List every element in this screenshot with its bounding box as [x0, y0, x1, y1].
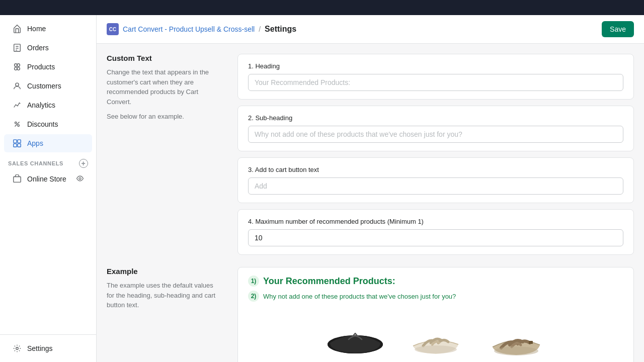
- sidebar-item-online-store[interactable]: Online Store: [4, 170, 92, 188]
- settings-icon: [12, 343, 22, 353]
- sidebar-item-products-label: Products: [27, 63, 55, 71]
- custom-text-desc: Change the text that appears in the cust…: [107, 67, 217, 107]
- heading-input[interactable]: [248, 74, 623, 91]
- custom-text-title: Custom Text: [107, 54, 217, 62]
- sidebar-item-analytics[interactable]: Analytics: [4, 96, 92, 114]
- orders-icon: [12, 43, 22, 53]
- sidebar-item-discounts-label: Discounts: [27, 120, 58, 128]
- online-store-icon: [12, 174, 22, 184]
- sidebar-item-apps-label: Apps: [27, 139, 43, 147]
- sidebar-item-products[interactable]: Products: [4, 58, 92, 76]
- sidebar-item-customers[interactable]: Customers: [4, 77, 92, 95]
- settings-content: Custom Text Change the text that appears…: [97, 44, 644, 362]
- svg-point-4: [15, 64, 17, 66]
- home-icon: [12, 24, 22, 34]
- example-title: Example: [107, 267, 217, 276]
- products-icon: [12, 62, 22, 72]
- svg-rect-15: [18, 144, 21, 147]
- add-to-cart-card: 3. Add to cart button text: [237, 157, 634, 203]
- product-images-row: [248, 312, 623, 362]
- sidebar: Home Orders Products Customers Analytics: [0, 15, 97, 362]
- svg-rect-23: [529, 341, 533, 344]
- svg-line-11: [15, 122, 20, 127]
- example-subheading-num: 2): [248, 291, 259, 302]
- example-heading-row: 1) Your Recommended Products:: [248, 276, 623, 287]
- add-to-cart-label: 3. Add to cart button text: [248, 166, 623, 173]
- sidebar-item-home-label: Home: [27, 25, 46, 33]
- max-products-label: 4. Maximum number of recommended product…: [248, 218, 623, 225]
- svg-point-9: [15, 122, 17, 124]
- save-button[interactable]: Save: [602, 21, 634, 37]
- example-content: 1) Your Recommended Products: 2) Why not…: [237, 267, 634, 362]
- breadcrumb-app-link[interactable]: Cart Convert - Product Upsell & Cross-se…: [123, 25, 255, 33]
- max-products-input[interactable]: [248, 229, 623, 246]
- svg-rect-14: [14, 144, 17, 147]
- svg-point-18: [16, 347, 19, 350]
- max-products-card: 4. Maximum number of recommended product…: [237, 209, 634, 255]
- app-icon: CC: [107, 23, 119, 35]
- svg-point-17: [79, 177, 81, 179]
- sidebar-item-apps[interactable]: Apps: [4, 134, 92, 152]
- eye-icon[interactable]: [76, 174, 84, 184]
- add-to-cart-input[interactable]: [248, 177, 623, 195]
- breadcrumb-separator: /: [259, 25, 261, 33]
- apps-icon: [12, 138, 22, 148]
- sales-channels-section: SALES CHANNELS +: [0, 153, 96, 170]
- example-desc: The example uses the default values for …: [107, 281, 217, 310]
- sidebar-item-settings[interactable]: Settings: [4, 339, 92, 357]
- page-header: CC Cart Convert - Product Upsell & Cross…: [97, 15, 644, 44]
- subheading-card: 2. Sub-heading: [237, 106, 634, 151]
- sidebar-item-home[interactable]: Home: [4, 20, 92, 38]
- example-section: Example The example uses the default val…: [107, 267, 634, 362]
- example-subheading-text: Why not add one of these products that w…: [263, 293, 456, 300]
- product-image-2: [400, 312, 471, 362]
- heading-label: 1. Heading: [248, 62, 623, 70]
- online-store-label: Online Store: [27, 175, 66, 183]
- svg-point-22: [494, 346, 538, 355]
- custom-text-section: Custom Text Change the text that appears…: [107, 54, 634, 255]
- settings-label: Settings: [27, 344, 53, 352]
- example-description: Example The example uses the default val…: [107, 267, 227, 362]
- svg-point-7: [17, 67, 20, 70]
- product-image-3: [481, 312, 551, 362]
- sidebar-item-discounts[interactable]: Discounts: [4, 115, 92, 133]
- sidebar-item-orders[interactable]: Orders: [4, 39, 92, 57]
- example-display-card: 1) Your Recommended Products: 2) Why not…: [237, 267, 634, 362]
- discounts-icon: [12, 119, 22, 129]
- add-sales-channel-button[interactable]: +: [79, 159, 88, 168]
- main-content: CC Cart Convert - Product Upsell & Cross…: [97, 15, 644, 362]
- subheading-label: 2. Sub-heading: [248, 114, 623, 122]
- example-heading-num: 1): [248, 276, 259, 287]
- svg-point-6: [15, 67, 17, 70]
- custom-text-description: Custom Text Change the text that appears…: [107, 54, 227, 255]
- svg-rect-12: [14, 140, 17, 143]
- svg-rect-13: [18, 140, 21, 143]
- example-heading-text: Your Recommended Products:: [263, 276, 395, 287]
- breadcrumb: CC Cart Convert - Product Upsell & Cross…: [107, 23, 296, 35]
- custom-text-fields: 1. Heading 2. Sub-heading 3. Add to cart…: [237, 54, 634, 255]
- top-bar: [0, 0, 644, 15]
- svg-rect-16: [14, 177, 21, 183]
- svg-point-10: [18, 125, 20, 127]
- sidebar-item-analytics-label: Analytics: [27, 101, 55, 109]
- customers-icon: [12, 81, 22, 91]
- product-image-1: [320, 312, 390, 362]
- subheading-input[interactable]: [248, 126, 623, 143]
- svg-point-5: [17, 64, 20, 66]
- sales-channels-label: SALES CHANNELS: [8, 160, 63, 166]
- svg-point-8: [16, 83, 19, 86]
- page-title: Settings: [265, 25, 296, 34]
- analytics-icon: [12, 100, 22, 110]
- see-example-text: See below for an example.: [107, 112, 217, 122]
- sidebar-item-orders-label: Orders: [27, 44, 49, 52]
- example-subheading-row: 2) Why not add one of these products tha…: [248, 291, 623, 302]
- heading-card: 1. Heading: [237, 54, 634, 100]
- svg-point-21: [415, 345, 457, 353]
- sidebar-item-customers-label: Customers: [27, 82, 61, 90]
